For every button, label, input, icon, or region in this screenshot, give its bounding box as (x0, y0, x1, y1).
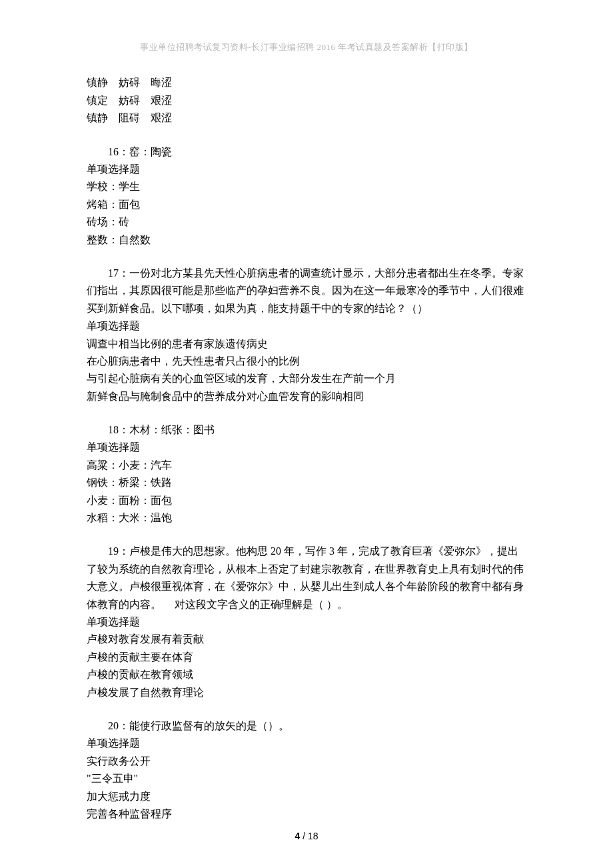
question-title: 16：窑：陶瓷 (87, 143, 526, 161)
question-type: 单项选择题 (87, 439, 526, 456)
option-line: 与引起心脏病有关的心血管区域的发育，大部分发生在产前一个月 (87, 370, 526, 387)
option-line: 学校：学生 (87, 178, 526, 195)
option-line: 镇定 妨碍 艰涩 (87, 92, 526, 109)
question-title: 20：能使行政监督有的放矢的是（）。 (87, 717, 526, 735)
question-title: 17：一份对北方某县先天性心脏病患者的调查统计显示，大部分患者都出生在冬季。专家… (87, 265, 526, 317)
option-line: 砖场：砖 (87, 213, 526, 231)
option-line: "三令五申" (87, 770, 526, 787)
option-line: 镇静 妨碍 晦涩 (87, 74, 526, 91)
question-20: 20：能使行政监督有的放矢的是（）。 单项选择题 实行政务公开 "三令五申" 加… (87, 717, 526, 823)
page-sep: / (300, 831, 308, 841)
option-line: 卢梭的贡献在教育领域 (87, 666, 526, 683)
page-total: 18 (308, 831, 318, 841)
option-line: 水稻：大米：温饱 (87, 509, 526, 527)
option-line: 整数：自然数 (87, 231, 526, 249)
option-line: 小麦：面粉：面包 (87, 492, 526, 509)
option-line: 卢梭对教育发展有着贡献 (87, 631, 526, 648)
option-line: 实行政务公开 (87, 753, 526, 770)
question-19: 19：卢梭是伟大的思想家。他构思 20 年，写作 3 年，完成了教育巨著《爱弥尔… (87, 543, 526, 701)
question-type: 单项选择题 (87, 613, 526, 631)
page-header: 事业单位招聘考试复习资料-长汀事业编招聘 2016 年考试真题及答案解析【打印版… (87, 40, 526, 54)
question-type: 单项选择题 (87, 161, 526, 178)
question-type: 单项选择题 (87, 735, 526, 752)
option-line: 镇静 阻碍 艰涩 (87, 109, 526, 127)
option-line: 烤箱：面包 (87, 196, 526, 213)
option-line: 完善各种监督程序 (87, 805, 526, 823)
question-16: 16：窑：陶瓷 单项选择题 学校：学生 烤箱：面包 砖场：砖 整数：自然数 (87, 143, 526, 249)
option-line: 调查中相当比例的患者有家族遗传病史 (87, 335, 526, 353)
question-title: 19：卢梭是伟大的思想家。他构思 20 年，写作 3 年，完成了教育巨著《爱弥尔… (87, 543, 526, 613)
option-line: 卢梭的贡献主要在体育 (87, 649, 526, 666)
option-line: 钢铁：桥梁：铁路 (87, 474, 526, 491)
question-title: 18：木材：纸张：图书 (87, 421, 526, 439)
page-number: 4 / 18 (0, 831, 613, 841)
option-line: 高粱：小麦：汽车 (87, 457, 526, 474)
option-line: 加大惩戒力度 (87, 788, 526, 805)
question-18: 18：木材：纸张：图书 单项选择题 高粱：小麦：汽车 钢铁：桥梁：铁路 小麦：面… (87, 421, 526, 527)
question-17: 17：一份对北方某县先天性心脏病患者的调查统计显示，大部分患者都出生在冬季。专家… (87, 265, 526, 405)
option-line: 在心脏病患者中，先天性患者只占很小的比例 (87, 353, 526, 370)
option-line: 卢梭发展了自然教育理论 (87, 684, 526, 701)
option-line: 新鲜食品与腌制食品中的营养成分对心血管发育的影响相同 (87, 388, 526, 405)
question-type: 单项选择题 (87, 317, 526, 335)
page-content: 事业单位招聘考试复习资料-长汀事业编招聘 2016 年考试真题及答案解析【打印版… (0, 0, 613, 865)
question-15-tail: 镇静 妨碍 晦涩 镇定 妨碍 艰涩 镇静 阻碍 艰涩 (87, 74, 526, 127)
